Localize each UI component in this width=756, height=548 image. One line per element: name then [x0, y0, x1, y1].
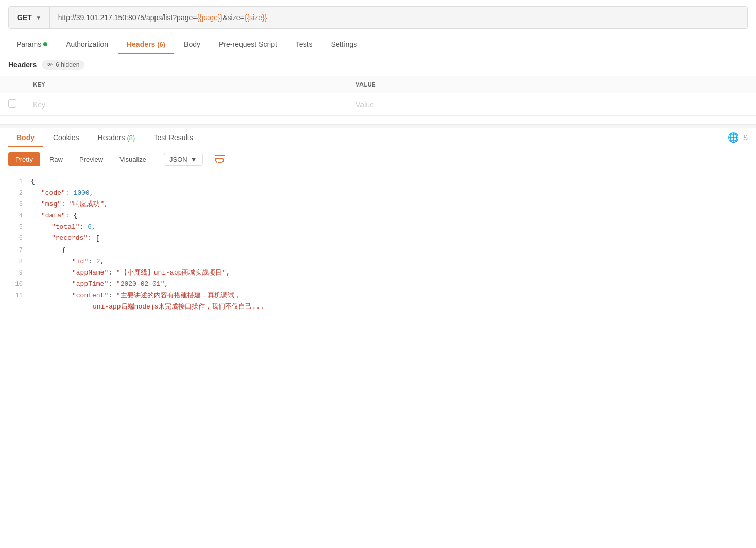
json-line-6-content: "records": [	[31, 233, 752, 244]
line-num-4: 4	[4, 210, 23, 221]
hidden-count: 6 hidden	[56, 61, 79, 68]
line-num-7: 7	[4, 245, 23, 255]
globe-icon[interactable]: 🌐	[728, 132, 739, 143]
tab-response-cookies[interactable]: Cookies	[45, 128, 88, 147]
json-viewer: 1 { 2 "code": 1000, 3 "msg": "响应成功", 4 "…	[0, 172, 756, 317]
line-num-9: 9	[4, 267, 23, 278]
tab-authorization[interactable]: Authorization	[58, 35, 116, 54]
tab-body-label: Body	[184, 40, 200, 48]
tab-settings-label: Settings	[331, 40, 357, 48]
key-cell[interactable]: Key	[25, 93, 348, 116]
format-pretty-label: Pretty	[15, 156, 33, 163]
tab-headers[interactable]: Headers (6)	[118, 35, 174, 54]
tab-tests-label: Tests	[296, 40, 313, 48]
format-type-chevron: ▼	[191, 156, 197, 163]
json-line-1: 1 {	[0, 176, 756, 187]
json-line-5: 5 "total": 6,	[0, 221, 756, 233]
line-num-3: 3	[4, 199, 23, 210]
tab-body[interactable]: Body	[176, 35, 209, 54]
json-line-11: 11 "content": "主要讲述的内容有搭建搭建，真机调试，	[0, 290, 756, 301]
format-tab-pretty[interactable]: Pretty	[8, 152, 40, 166]
tab-test-results-label: Test Results	[153, 133, 193, 142]
headers-section-header: Headers 👁 6 hidden	[0, 54, 756, 76]
json-line-10: 10 "appTime": "2020-02-01",	[0, 279, 756, 290]
format-type-select[interactable]: JSON ▼	[164, 153, 203, 166]
line-num-8: 8	[4, 256, 23, 267]
json-line-11-overflow-content: uni-app后端nodejs来完成接口操作，我们不仅自己...	[31, 301, 752, 313]
value-placeholder: Value	[356, 100, 374, 109]
tab-response-cookies-label: Cookies	[53, 133, 79, 142]
tab-params-label: Params	[16, 40, 41, 48]
request-tabs: Params Authorization Headers (6) Body Pr…	[0, 35, 756, 54]
format-raw-label: Raw	[49, 156, 63, 163]
json-line-3-content: "msg": "响应成功",	[31, 199, 752, 210]
tab-response-body-label: Body	[16, 133, 35, 142]
checkbox-header	[0, 76, 25, 93]
save-icon[interactable]: S	[743, 133, 748, 142]
line-num-10: 10	[4, 279, 23, 289]
json-line-9-content: "appName": "【小鹿线】uni-app商城实战项目",	[31, 267, 752, 279]
json-line-11-content: "content": "主要讲述的内容有搭建搭建，真机调试，	[31, 290, 752, 301]
method-label: GET	[17, 13, 32, 22]
format-tab-visualize[interactable]: Visualize	[112, 152, 153, 166]
line-num-6: 6	[4, 233, 23, 244]
tab-response-headers[interactable]: Headers (8)	[90, 128, 144, 147]
format-tabs-row: Pretty Raw Preview Visualize JSON ▼	[0, 147, 756, 172]
tab-settings[interactable]: Settings	[323, 35, 366, 54]
json-line-2-content: "code": 1000,	[31, 187, 752, 199]
tab-headers-label: Headers	[127, 40, 155, 48]
json-line-9: 9 "appName": "【小鹿线】uni-app商城实战项目",	[0, 267, 756, 279]
tab-response-headers-badge: (8)	[127, 134, 135, 142]
response-tabs-right: 🌐 S	[728, 132, 748, 143]
table-header-row: KEY VALUE	[0, 76, 756, 93]
params-dot	[43, 42, 47, 46]
tab-params[interactable]: Params	[8, 35, 56, 54]
url-middle: &size=	[222, 13, 244, 22]
wrap-button[interactable]	[209, 151, 231, 167]
url-var2: {{size}}	[245, 13, 267, 22]
format-tab-raw[interactable]: Raw	[42, 152, 70, 166]
response-tabs-left: Body Cookies Headers (8) Test Results	[8, 128, 201, 147]
json-line-8: 8 "id": 2,	[0, 256, 756, 267]
json-brace-open: {	[31, 176, 752, 187]
line-num-5: 5	[4, 221, 23, 232]
checkbox[interactable]	[8, 99, 16, 108]
tab-response-headers-label: Headers	[98, 133, 125, 142]
json-line-5-content: "total": 6,	[31, 221, 752, 233]
row-checkbox	[0, 93, 25, 116]
json-line-7-content: {	[31, 245, 752, 256]
json-line-4: 4 "data": {	[0, 210, 756, 221]
json-line-2: 2 "code": 1000,	[0, 187, 756, 199]
line-num-1: 1	[4, 176, 23, 187]
tab-tests[interactable]: Tests	[287, 35, 321, 54]
json-line-11-overflow: uni-app后端nodejs来完成接口操作，我们不仅自己...	[0, 301, 756, 313]
tab-test-results[interactable]: Test Results	[145, 128, 201, 147]
headers-section-title: Headers	[8, 61, 37, 69]
method-selector[interactable]: GET ▼	[9, 7, 50, 28]
value-cell[interactable]: Value	[348, 93, 756, 116]
tab-response-body[interactable]: Body	[8, 128, 43, 147]
line-num-2: 2	[4, 187, 23, 198]
tab-prerequest[interactable]: Pre-request Script	[211, 35, 285, 54]
url-bar: GET ▼ http://39.101.217.150:8075/apps/li…	[8, 6, 748, 29]
value-column-header: VALUE	[348, 76, 756, 93]
eye-icon: 👁	[47, 61, 53, 68]
hidden-badge[interactable]: 👁 6 hidden	[42, 60, 84, 70]
response-tabs: Body Cookies Headers (8) Test Results 🌐 …	[0, 128, 756, 147]
line-num-11: 11	[4, 290, 23, 301]
json-line-6: 6 "records": [	[0, 233, 756, 244]
key-column-header: KEY	[25, 76, 348, 93]
format-visualize-label: Visualize	[119, 156, 146, 163]
format-preview-label: Preview	[79, 156, 103, 163]
json-line-8-content: "id": 2,	[31, 256, 752, 267]
url-prefix: http://39.101.217.150:8075/apps/list?pag…	[58, 13, 197, 22]
tab-headers-badge: (6)	[157, 41, 165, 48]
method-chevron: ▼	[36, 15, 41, 21]
format-tab-preview[interactable]: Preview	[72, 152, 110, 166]
json-line-3: 3 "msg": "响应成功",	[0, 199, 756, 210]
json-line-4-content: "data": {	[31, 210, 752, 221]
headers-table: KEY VALUE Key Value	[0, 76, 756, 116]
url-display[interactable]: http://39.101.217.150:8075/apps/list?pag…	[50, 13, 747, 22]
url-var1: {{page}}	[197, 13, 222, 22]
json-line-7: 7 {	[0, 245, 756, 256]
